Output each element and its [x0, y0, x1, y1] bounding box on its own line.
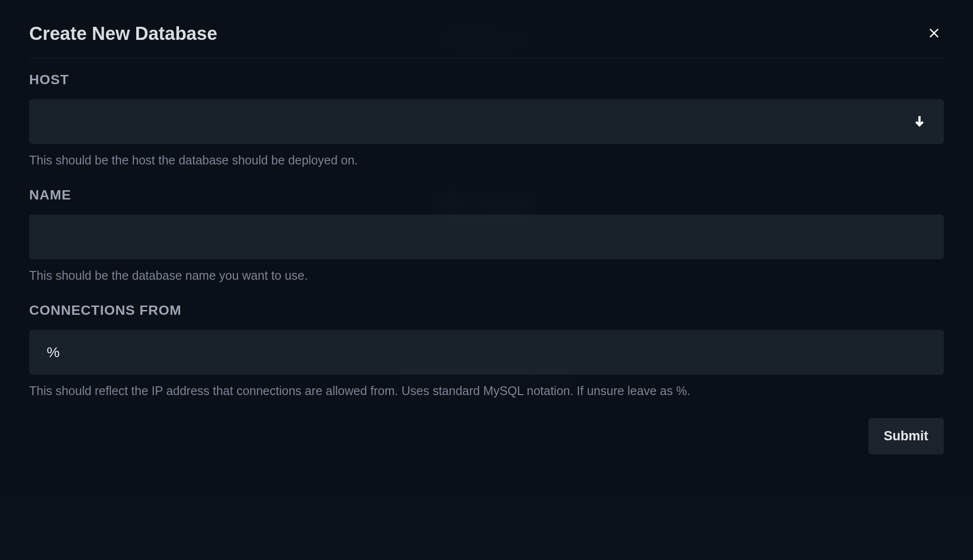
- host-select-wrapper: [29, 99, 944, 144]
- host-field-group: HOST This should be the host the databas…: [29, 72, 944, 169]
- modal-footer: Submit: [29, 418, 944, 454]
- create-database-modal: Create New Database HOST This should be …: [0, 0, 973, 478]
- modal-title: Create New Database: [29, 23, 217, 44]
- host-select[interactable]: [29, 99, 944, 144]
- host-help-text: This should be the host the database sho…: [29, 152, 944, 169]
- connections-field-group: CONNECTIONS FROM This should reflect the…: [29, 303, 944, 399]
- close-icon: [926, 25, 942, 42]
- submit-button[interactable]: Submit: [868, 418, 944, 454]
- name-label: NAME: [29, 187, 944, 203]
- name-help-text: This should be the database name you wan…: [29, 267, 944, 284]
- name-input[interactable]: [29, 215, 944, 259]
- connections-input[interactable]: [29, 330, 944, 375]
- close-button[interactable]: [924, 23, 944, 44]
- modal-overlay: Databases No items If you need support, …: [0, 0, 973, 560]
- connections-label: CONNECTIONS FROM: [29, 303, 944, 318]
- connections-help-text: This should reflect the IP address that …: [29, 382, 944, 399]
- name-field-group: NAME This should be the database name yo…: [29, 187, 944, 284]
- modal-header: Create New Database: [29, 23, 944, 58]
- host-label: HOST: [29, 72, 944, 88]
